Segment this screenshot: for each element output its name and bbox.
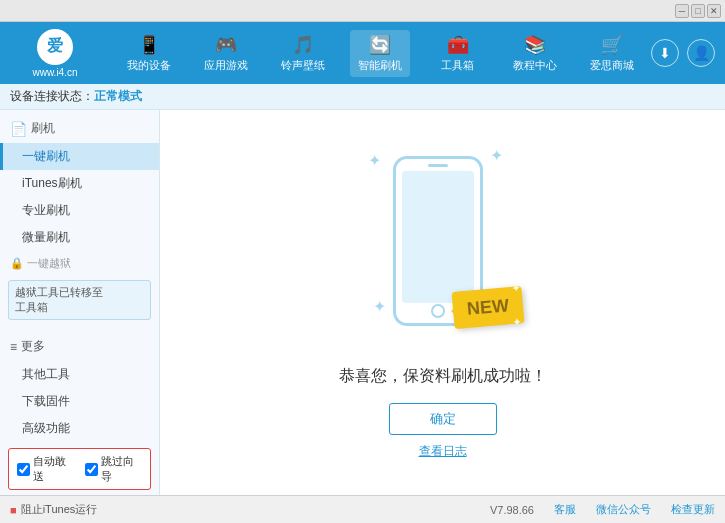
sidebar-more-section: ≡ 更多 [0, 332, 159, 361]
sidebar-item-backup-flash[interactable]: 微量刷机 [0, 224, 159, 251]
tutorial-label: 教程中心 [513, 58, 557, 73]
goto-daily-button[interactable]: 查看日志 [419, 443, 467, 460]
checkbox-row: 自动敢送 跳过向导 [8, 448, 151, 490]
status-prefix: 设备连接状态： [10, 88, 94, 105]
notice-line2: 工具箱 [15, 301, 48, 313]
toolbox-icon: 🧰 [447, 34, 469, 56]
flash-section-icon: 📄 [10, 121, 27, 137]
nav-my-device[interactable]: 📱 我的设备 [119, 30, 179, 77]
sparkle-2: ✦ [490, 146, 503, 165]
new-badge: ✦ NEW ✦ [451, 286, 524, 329]
nav-right-buttons: ⬇ 👤 [651, 39, 715, 67]
my-device-icon: 📱 [138, 34, 160, 56]
status-bar: 设备连接状态： 正常模式 [0, 84, 725, 110]
new-badge-stars-bottom: ✦ [511, 316, 520, 328]
logo-website: www.i4.cn [32, 67, 77, 78]
sparkle-1: ✦ [368, 151, 381, 170]
confirm-button[interactable]: 确定 [389, 403, 497, 435]
nav-apps-games[interactable]: 🎮 应用游戏 [196, 30, 256, 77]
wechat-link[interactable]: 微信公众号 [596, 502, 651, 517]
tutorial-icon: 📚 [524, 34, 546, 56]
new-badge-stars-top: ✦ [510, 282, 519, 294]
phone-illustration: ✦ ✦ ✦ ✦ NEW ✦ [363, 146, 523, 346]
skip-wizard-checkbox[interactable]: 跳过向导 [85, 454, 143, 484]
itunes-status-text: 阻止iTunes运行 [21, 502, 98, 517]
nav-toolbox[interactable]: 🧰 工具箱 [428, 30, 488, 77]
maximize-btn[interactable]: □ [691, 4, 705, 18]
auto-redirect-label: 自动敢送 [33, 454, 75, 484]
jailbreak-notice-header: 🔒 一键越狱 [0, 251, 159, 276]
nav-ringtones[interactable]: 🎵 铃声壁纸 [273, 30, 333, 77]
lock-icon: 🔒 [10, 257, 24, 270]
sidebar-item-one-click-flash[interactable]: 一键刷机 [0, 143, 159, 170]
sidebar-item-advanced[interactable]: 高级功能 [0, 415, 159, 442]
sidebar: 📄 刷机 一键刷机 iTunes刷机 专业刷机 微量刷机 🔒 一键越狱 越狱工具… [0, 110, 160, 495]
minimize-btn[interactable]: ─ [675, 4, 689, 18]
sidebar-section-flash: 📄 刷机 [0, 114, 159, 143]
smart-flash-label: 智能刷机 [358, 58, 402, 73]
bottom-bar: ■ 阻止iTunes运行 V7.98.66 客服 微信公众号 检查更新 [0, 495, 725, 523]
close-btn[interactable]: ✕ [707, 4, 721, 18]
nav-store[interactable]: 🛒 爱思商城 [582, 30, 642, 77]
sidebar-item-download-firmware[interactable]: 下载固件 [0, 388, 159, 415]
app-container: 爱 www.i4.cn 📱 我的设备 🎮 应用游戏 🎵 铃声壁纸 🔄 智能刷机 … [0, 22, 725, 523]
nav-tutorial[interactable]: 📚 教程中心 [505, 30, 565, 77]
version-text: V7.98.66 [490, 504, 534, 516]
nav-items: 📱 我的设备 🎮 应用游戏 🎵 铃声壁纸 🔄 智能刷机 🧰 工具箱 📚 [110, 30, 651, 77]
phone-screen [402, 171, 474, 303]
store-label: 爱思商城 [590, 58, 634, 73]
main-content: ✦ ✦ ✦ ✦ NEW ✦ 恭喜您，保资料刷机成功啦！ 确定 [160, 110, 725, 495]
phone-speaker [428, 164, 448, 167]
auto-redirect-input[interactable] [17, 463, 30, 476]
apps-games-label: 应用游戏 [204, 58, 248, 73]
bottom-left: ■ 阻止iTunes运行 [10, 502, 97, 517]
sparkle-3: ✦ [373, 297, 386, 316]
content-area: 📄 刷机 一键刷机 iTunes刷机 专业刷机 微量刷机 🔒 一键越狱 越狱工具… [0, 110, 725, 495]
top-nav: 爱 www.i4.cn 📱 我的设备 🎮 应用游戏 🎵 铃声壁纸 🔄 智能刷机 … [0, 22, 725, 84]
itunes-status-icon: ■ [10, 504, 17, 516]
nav-smart-flash[interactable]: 🔄 智能刷机 [350, 30, 410, 77]
more-label: 更多 [21, 338, 45, 355]
user-btn[interactable]: 👤 [687, 39, 715, 67]
sidebar-item-pro-flash[interactable]: 专业刷机 [0, 197, 159, 224]
download-btn[interactable]: ⬇ [651, 39, 679, 67]
logo-area: 爱 www.i4.cn [10, 29, 100, 78]
ringtones-icon: 🎵 [292, 34, 314, 56]
logo-icon: 爱 [37, 29, 73, 65]
sidebar-item-itunes-flash[interactable]: iTunes刷机 [0, 170, 159, 197]
check-update-link[interactable]: 检查更新 [671, 502, 715, 517]
checkbox-area: 自动敢送 跳过向导 [0, 442, 159, 495]
store-icon: 🛒 [601, 34, 623, 56]
status-value: 正常模式 [94, 88, 142, 105]
customer-service-link[interactable]: 客服 [554, 502, 576, 517]
skip-wizard-label: 跳过向导 [101, 454, 143, 484]
notice-line1: 越狱工具已转移至 [15, 286, 103, 298]
my-device-label: 我的设备 [127, 58, 171, 73]
success-text: 恭喜您，保资料刷机成功啦！ [339, 366, 547, 387]
ringtones-label: 铃声壁纸 [281, 58, 325, 73]
skip-wizard-input[interactable] [85, 463, 98, 476]
sidebar-item-other-tools[interactable]: 其他工具 [0, 361, 159, 388]
apps-games-icon: 🎮 [215, 34, 237, 56]
new-badge-text: NEW [466, 295, 510, 319]
title-bar: ─ □ ✕ [0, 0, 725, 22]
bottom-right: V7.98.66 客服 微信公众号 检查更新 [490, 502, 715, 517]
auto-redirect-checkbox[interactable]: 自动敢送 [17, 454, 75, 484]
more-icon: ≡ [10, 340, 17, 354]
sidebar-jailbreak-notice: 越狱工具已转移至 工具箱 [8, 280, 151, 320]
flash-section-label: 刷机 [31, 120, 55, 137]
smart-flash-icon: 🔄 [369, 34, 391, 56]
toolbox-label: 工具箱 [441, 58, 474, 73]
